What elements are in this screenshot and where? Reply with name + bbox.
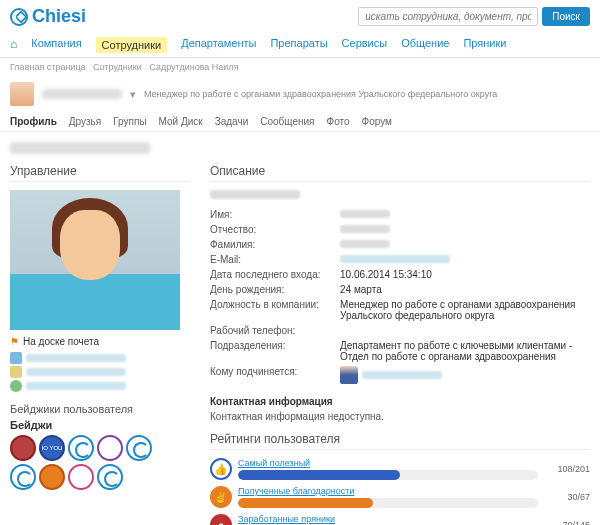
badge-7[interactable] (39, 464, 65, 490)
breadcrumb-user[interactable]: Садрутдинова Наиля (149, 62, 238, 72)
breadcrumb-employees[interactable]: Сотрудники (93, 62, 142, 72)
rating-val-3: 79/145 (544, 520, 590, 525)
rating-label-1[interactable]: Самый полезный (238, 458, 538, 468)
dept-link-1[interactable]: Департамент по работе с ключевыми клиент… (340, 340, 566, 351)
logo[interactable]: Chiesi (10, 6, 86, 27)
ratings-heading: Рейтинги пользователя (210, 432, 590, 450)
action-3[interactable] (10, 379, 190, 393)
badge-6[interactable] (10, 464, 36, 490)
badge-5[interactable] (126, 435, 152, 461)
rating-val-2: 30/67 (544, 492, 590, 502)
val-position: Менеджер по работе с органами здравоохра… (340, 299, 590, 321)
label-surname: Фамилия: (210, 239, 340, 250)
label-workphone: Рабочий телефон: (210, 325, 340, 336)
val-surname (340, 240, 390, 248)
badge-row-1: IO YOU (10, 435, 190, 461)
label-lastlogin: Дата последнего входа: (210, 269, 340, 280)
user-role: Менеджер по работе с органами здравоохра… (144, 89, 497, 99)
tab-forum[interactable]: Форум (362, 116, 392, 127)
tab-disk[interactable]: Мой Диск (159, 116, 203, 127)
nav-employees[interactable]: Сотрудники (96, 37, 168, 53)
avatar-small[interactable] (10, 82, 34, 106)
desc-redacted (210, 190, 300, 199)
page-title-redacted (10, 142, 150, 154)
val-email[interactable] (340, 255, 450, 263)
val-birthday: 24 марта (340, 284, 590, 295)
profile-photo[interactable] (10, 190, 180, 330)
badges-heading: Бейджики пользователя (10, 403, 190, 415)
description-heading: Описание (210, 164, 590, 182)
thumbs-up-icon: 👍 (210, 458, 232, 480)
main-nav: ⌂ Компания Сотрудники Департаменты Препа… (0, 33, 600, 58)
user-icon (10, 352, 22, 364)
breadcrumb-home[interactable]: Главная страница (10, 62, 86, 72)
label-patronymic: Отчество: (210, 224, 340, 235)
label-departments: Подразделения: (210, 340, 340, 362)
plus-icon (10, 380, 22, 392)
label-email: E-Mail: (210, 254, 340, 265)
flag-icon: ⚑ (10, 336, 19, 347)
supervisor-name[interactable] (362, 371, 442, 379)
nav-company[interactable]: Компания (31, 37, 81, 53)
badge-4[interactable] (97, 435, 123, 461)
tab-friends[interactable]: Друзья (69, 116, 101, 127)
tab-messages[interactable]: Сообщения (260, 116, 314, 127)
tab-groups[interactable]: Группы (113, 116, 146, 127)
coin-icon: ● (210, 514, 232, 525)
nav-pryaniki[interactable]: Пряники (463, 37, 506, 53)
tab-photo[interactable]: Фото (327, 116, 350, 127)
chevron-down-icon[interactable]: ▾ (130, 88, 136, 101)
nav-services[interactable]: Сервисы (342, 37, 388, 53)
rating-label-2[interactable]: Полученные благодарности (238, 486, 538, 496)
nav-drugs[interactable]: Препараты (270, 37, 327, 53)
val-patronymic (340, 225, 390, 233)
badge-row-2 (10, 464, 190, 490)
label-position: Должность в компании: (210, 299, 340, 321)
contact-heading: Контактная информация (210, 396, 590, 407)
logo-text: Chiesi (32, 6, 86, 27)
nav-communication[interactable]: Общение (401, 37, 449, 53)
action-2[interactable] (10, 365, 190, 379)
logo-icon (10, 8, 28, 26)
dept-link-2[interactable]: Отдел по работе с органами здравоохранен… (340, 351, 556, 362)
val-workphone (340, 325, 590, 336)
badge-1[interactable] (10, 435, 36, 461)
tab-profile[interactable]: Профиль (10, 116, 57, 127)
home-icon[interactable]: ⌂ (10, 37, 17, 53)
search-input[interactable] (358, 7, 538, 26)
search-button[interactable]: Поиск (542, 7, 590, 26)
profile-tabs: Профиль Друзья Группы Мой Диск Задачи Со… (0, 112, 600, 132)
val-name (340, 210, 390, 218)
rating-val-1: 108/201 (544, 464, 590, 474)
tab-tasks[interactable]: Задачи (215, 116, 249, 127)
action-1[interactable] (10, 351, 190, 365)
peace-icon: ✌ (210, 486, 232, 508)
nav-departments[interactable]: Департаменты (181, 37, 256, 53)
user-header: ▾ Менеджер по работе с органами здравоох… (0, 76, 600, 112)
badge-2[interactable]: IO YOU (39, 435, 65, 461)
rating-label-3[interactable]: Заработанные пряники (238, 514, 538, 524)
supervisor-avatar[interactable] (340, 366, 358, 384)
label-name: Имя: (210, 209, 340, 220)
honor-label: На доске почета (23, 336, 99, 347)
label-birthday: День рождения: (210, 284, 340, 295)
contact-text: Контактная информация недоступна. (210, 411, 590, 422)
badges-sub: Бейджи (10, 419, 190, 431)
management-heading: Управление (10, 164, 190, 182)
rating-useful: 👍 Самый полезный 108/201 (210, 458, 590, 480)
label-supervisor: Кому подчиняется: (210, 366, 340, 384)
user-name-redacted (42, 89, 122, 99)
breadcrumb: Главная страница Сотрудники Садрутдинова… (0, 58, 600, 76)
rating-thanks: ✌ Полученные благодарности 30/67 (210, 486, 590, 508)
badge-9[interactable] (97, 464, 123, 490)
honor-board[interactable]: ⚑ На доске почета (10, 336, 190, 347)
doc-icon (10, 366, 22, 378)
badge-3[interactable] (68, 435, 94, 461)
badge-8[interactable] (68, 464, 94, 490)
rating-earned: ● Заработанные пряники 79/145 (210, 514, 590, 525)
val-lastlogin: 10.06.2014 15:34:10 (340, 269, 590, 280)
